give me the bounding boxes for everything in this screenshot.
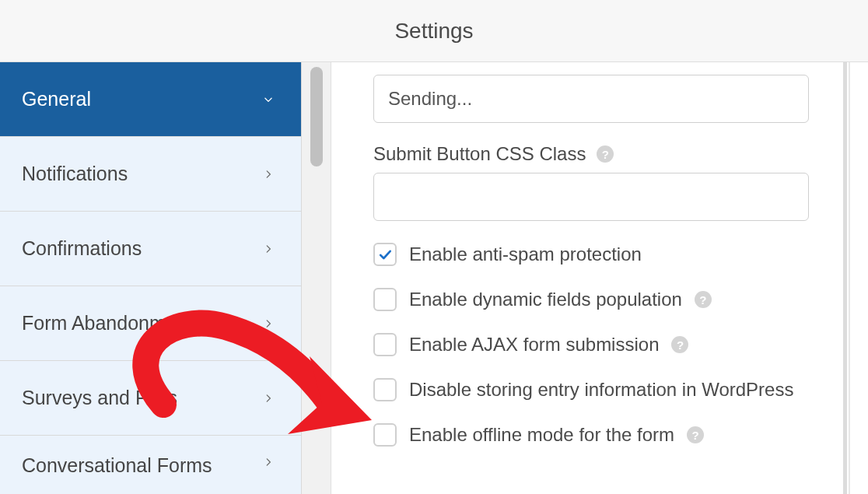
help-icon[interactable]: ? — [671, 336, 688, 353]
page-title: Settings — [394, 19, 473, 44]
option-label: Enable offline mode for the form — [409, 424, 674, 446]
sidebar-item-notifications[interactable]: Notifications — [0, 137, 301, 212]
sidebar-item-confirmations[interactable]: Confirmations — [0, 212, 301, 286]
help-icon[interactable]: ? — [687, 426, 704, 443]
chevron-down-icon — [261, 92, 276, 107]
header: Settings — [0, 0, 868, 62]
option-label: Enable dynamic fields population — [409, 289, 682, 310]
sidebar-item-form-abandonment[interactable]: Form Abandonment — [0, 286, 301, 361]
option-label: Enable anti-spam protection — [409, 243, 642, 265]
option-disable-storing[interactable]: Disable storing entry information in Wor… — [373, 378, 809, 401]
scrollbar-gutter — [302, 62, 331, 494]
checkbox[interactable] — [373, 333, 397, 356]
chevron-right-icon — [261, 316, 276, 331]
submit-css-class-input[interactable] — [373, 173, 809, 221]
sidebar-item-label: Conversational Forms — [22, 454, 212, 477]
option-label: Disable storing entry information in Wor… — [409, 379, 793, 401]
sidebar-item-general[interactable]: General — [0, 62, 301, 137]
settings-sidebar: General Notifications Confirmations Form… — [0, 62, 302, 494]
chevron-right-icon — [261, 391, 276, 406]
option-dynamic-fields[interactable]: Enable dynamic fields population ? — [373, 288, 809, 311]
chevron-right-icon — [261, 241, 276, 257]
chevron-right-icon — [261, 454, 276, 470]
sidebar-item-label: Surveys and Polls — [22, 387, 177, 409]
sending-text-input[interactable]: Sending... — [373, 75, 809, 123]
scrollbar-thumb[interactable] — [310, 67, 323, 166]
sidebar-item-conversational-forms[interactable]: Conversational Forms — [0, 436, 301, 492]
label-text: Submit Button CSS Class — [373, 143, 586, 165]
sidebar-item-label: General — [22, 88, 91, 110]
checkbox[interactable] — [373, 378, 397, 401]
submit-css-class-label: Submit Button CSS Class ? — [373, 143, 809, 165]
option-anti-spam[interactable]: Enable anti-spam protection — [373, 243, 809, 266]
option-label: Enable AJAX form submission — [409, 334, 659, 356]
checkbox[interactable] — [373, 423, 397, 447]
chevron-right-icon — [261, 166, 276, 182]
sidebar-item-label: Form Abandonment — [22, 312, 193, 335]
checkbox[interactable] — [373, 243, 397, 266]
sidebar-item-label: Notifications — [22, 163, 128, 185]
option-ajax-submission[interactable]: Enable AJAX form submission ? — [373, 333, 809, 356]
settings-panel: Sending... Submit Button CSS Class ? Ena… — [331, 62, 868, 494]
checkbox[interactable] — [373, 288, 397, 311]
option-offline-mode[interactable]: Enable offline mode for the form ? — [373, 423, 809, 447]
options-list: Enable anti-spam protection Enable dynam… — [373, 243, 809, 447]
sidebar-item-surveys-polls[interactable]: Surveys and Polls — [0, 361, 301, 436]
input-value: Sending... — [388, 88, 472, 110]
sidebar-item-label: Confirmations — [22, 237, 142, 260]
help-icon[interactable]: ? — [597, 145, 614, 163]
panel-right-edge — [843, 62, 865, 494]
help-icon[interactable]: ? — [695, 291, 712, 308]
